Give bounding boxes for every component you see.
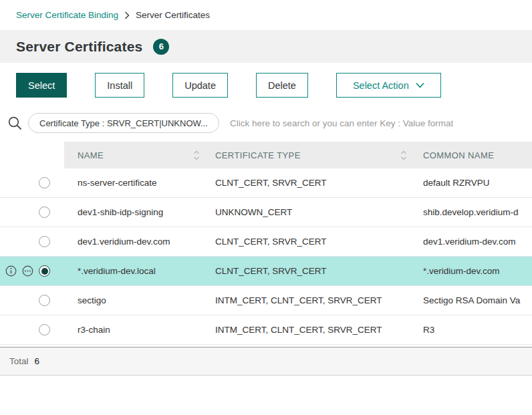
- total-label: Total: [9, 356, 29, 366]
- toolbar: Select Install Update Delete Select Acti…: [0, 63, 532, 107]
- table-row[interactable]: dev1.veridium-dev.com CLNT_CERT, SRVR_CE…: [0, 227, 532, 257]
- column-header-name[interactable]: NAME: [64, 142, 205, 168]
- row-radio[interactable]: [39, 177, 50, 188]
- row-gutter-cell: [0, 206, 64, 218]
- row-radio[interactable]: [39, 265, 50, 277]
- breadcrumb-separator-icon: [124, 11, 130, 19]
- info-icon[interactable]: [5, 265, 17, 277]
- breadcrumb-current: Server Certificates: [136, 10, 210, 20]
- cell-certificate-type: CLNT_CERT, SRVR_CERT: [205, 237, 412, 247]
- row-gutter-cell: [0, 295, 64, 306]
- column-header-label: NAME: [78, 150, 193, 160]
- cell-name: dev1.veridium-dev.com: [64, 237, 205, 247]
- table-body: ns-server-certificate CLNT_CERT, SRVR_CE…: [0, 168, 532, 345]
- sort-icon[interactable]: [400, 150, 407, 161]
- cell-certificate-type: CLNT_CERT, SRVR_CERT: [205, 266, 412, 276]
- table-row[interactable]: r3-chain INTM_CERT, CLNT_CERT, SRVR_CERT…: [0, 315, 532, 345]
- column-header-common-name[interactable]: COMMON NAME: [412, 142, 532, 168]
- cell-certificate-type: CLNT_CERT, SRVR_CERT: [205, 178, 412, 188]
- cell-name: ns-server-certificate: [64, 178, 205, 188]
- certificate-type-filter-chip[interactable]: Certificate Type : SRVR_CERT|UNKNOW...: [28, 113, 219, 133]
- table-header: NAME CERTIFICATE TYPE COMMON NAME: [0, 142, 532, 168]
- total-bar: Total 6: [0, 347, 532, 376]
- record-count-badge: 6: [153, 39, 169, 55]
- cell-common-name: default RZRVPU: [412, 178, 532, 188]
- table-row[interactable]: *.veridium-dev.local CLNT_CERT, SRVR_CER…: [0, 257, 532, 286]
- header-gutter-cell: [0, 142, 64, 168]
- sort-icon[interactable]: [193, 150, 200, 161]
- row-radio[interactable]: [39, 295, 50, 306]
- row-gutter-cell: [0, 177, 64, 188]
- install-button[interactable]: Install: [95, 73, 144, 98]
- search-input[interactable]: [230, 118, 516, 128]
- row-radio[interactable]: [39, 206, 50, 218]
- select-action-dropdown[interactable]: Select Action: [336, 73, 441, 98]
- cell-common-name: shib.develop.veridium-d: [412, 207, 532, 217]
- page-title: Server Certificates: [16, 39, 142, 55]
- cell-common-name: R3: [412, 325, 532, 335]
- table-row[interactable]: ns-server-certificate CLNT_CERT, SRVR_CE…: [0, 168, 532, 198]
- title-bar: Server Certificates 6: [0, 30, 532, 63]
- search-bar: Certificate Type : SRVR_CERT|UNKNOW...: [0, 107, 532, 142]
- search-icon: [5, 116, 24, 131]
- row-radio[interactable]: [39, 236, 50, 247]
- table-row[interactable]: sectigo INTM_CERT, CLNT_CERT, SRVR_CERT …: [0, 286, 532, 315]
- row-gutter-cell: [0, 236, 64, 247]
- update-button[interactable]: Update: [172, 73, 228, 98]
- chevron-down-icon: [416, 82, 424, 88]
- row-gutter-cell: [0, 265, 64, 277]
- select-button[interactable]: Select: [16, 73, 67, 98]
- column-header-certificate-type[interactable]: CERTIFICATE TYPE: [205, 142, 412, 168]
- cell-name: dev1-shib-idp-signing: [64, 207, 205, 217]
- cell-certificate-type: INTM_CERT, CLNT_CERT, SRVR_CERT: [205, 295, 412, 305]
- certificates-table: NAME CERTIFICATE TYPE COMMON NAME: [0, 142, 532, 345]
- row-radio[interactable]: [39, 324, 50, 335]
- table-row[interactable]: dev1-shib-idp-signing UNKNOWN_CERT shib.…: [0, 198, 532, 227]
- cell-name: sectigo: [64, 295, 205, 305]
- total-value: 6: [35, 356, 40, 366]
- cell-common-name: Sectigo RSA Domain Va: [412, 295, 532, 305]
- column-header-label: COMMON NAME: [423, 150, 532, 160]
- cell-common-name: dev1.veridium-dev.com: [412, 237, 532, 247]
- cell-name: *.veridium-dev.local: [64, 266, 205, 276]
- breadcrumb: Server Certificate Binding Server Certif…: [0, 0, 532, 30]
- row-gutter-cell: [0, 324, 64, 335]
- breadcrumb-link-server-certificate-binding[interactable]: Server Certificate Binding: [16, 10, 118, 20]
- cell-name: r3-chain: [64, 325, 205, 335]
- column-header-label: CERTIFICATE TYPE: [215, 150, 400, 160]
- delete-button[interactable]: Delete: [256, 73, 308, 98]
- select-action-label: Select Action: [353, 80, 409, 91]
- cell-common-name: *.veridium-dev.com: [412, 266, 532, 276]
- cell-certificate-type: INTM_CERT, CLNT_CERT, SRVR_CERT: [205, 325, 412, 335]
- cell-certificate-type: UNKNOWN_CERT: [205, 207, 412, 217]
- more-actions-icon[interactable]: [22, 265, 33, 277]
